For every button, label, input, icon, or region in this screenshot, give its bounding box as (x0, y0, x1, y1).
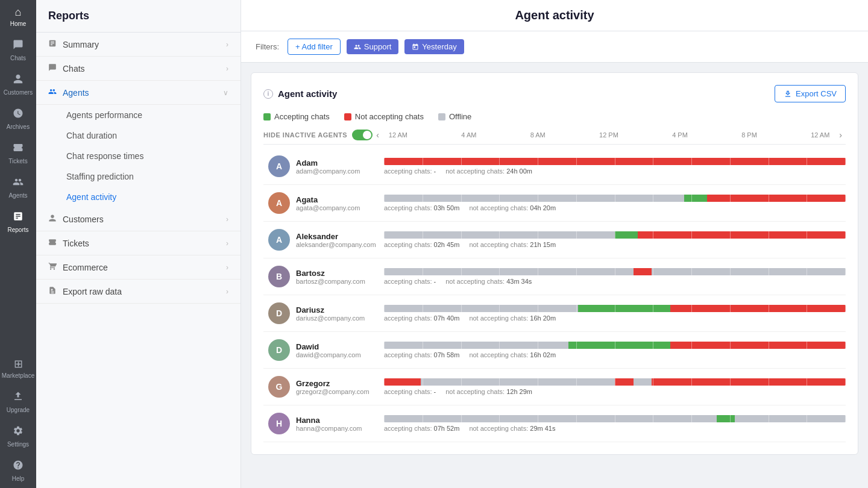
group-filter-button[interactable]: Support (347, 39, 399, 54)
timeline-segment-gray (735, 415, 846, 422)
agent-activity-label: Agent activity (66, 192, 116, 202)
sidebar-item-summary[interactable]: Summary › (36, 33, 241, 57)
agent-timeline: accepting chats: - not accepting chats: … (384, 258, 846, 295)
timeline-segment-gray (384, 195, 684, 202)
timeline-stats: accepting chats: - not accepting chats: … (384, 388, 846, 395)
agent-text: Dariusz dariusz@company.com (296, 305, 365, 322)
timeline-segment-red (615, 378, 634, 386)
accepting-dot (263, 113, 271, 120)
nav-item-reports[interactable]: Reports (0, 205, 36, 239)
timeline-bar (384, 378, 846, 386)
sidebar-item-agents[interactable]: Agents ∨ (36, 81, 241, 105)
time-label-6: 12 AM (811, 131, 829, 139)
agent-email: aleksander@company.com (296, 241, 376, 248)
timeline-segment-red (670, 305, 846, 312)
nav-item-customers[interactable]: Customers (0, 67, 36, 102)
timeline-segment-red (638, 231, 846, 239)
timeline-segment-gray (421, 378, 615, 386)
timeline-segment-green (615, 231, 638, 239)
export-csv-button[interactable]: Export CSV (775, 85, 846, 102)
time-label-1: 4 AM (461, 131, 476, 139)
timeline-segment-gray (384, 415, 717, 422)
date-filter-label: Yesterday (422, 42, 456, 51)
summary-icon (48, 39, 57, 49)
table-row: D Dariusz dariusz@company.com accepting … (263, 295, 846, 332)
sidebar-item-ecommerce[interactable]: Ecommerce › (36, 255, 241, 280)
customers-nav-label: Customers (63, 214, 226, 224)
agent-name: Dawid (296, 342, 361, 351)
legend-not-accepting: Not accepting chats (344, 112, 424, 121)
timeline-bar (384, 158, 846, 165)
agent-email: adam@company.com (296, 167, 360, 175)
timeline-stats: accepting chats: 07h 58m not accepting c… (384, 351, 846, 358)
time-label-3: 12 PM (599, 131, 618, 139)
agent-rows: A Adam adam@company.com accepting chats:… (263, 148, 846, 442)
sidebar-item-chat-response-times[interactable]: Chat response times (36, 146, 241, 166)
timeline-bar (384, 195, 846, 202)
time-label-2: 8 AM (530, 131, 546, 139)
stat-accepting: accepting chats: 02h 45m (384, 241, 459, 248)
stat-not-accepting: not accepting chats: 04h 20m (469, 204, 556, 211)
timeline-prev-button[interactable]: ‹ (373, 130, 383, 140)
tickets-nav-icon (48, 238, 57, 248)
agent-timeline: accepting chats: - not accepting chats: … (384, 369, 846, 405)
chat-duration-label: Chat duration (66, 131, 117, 140)
nav-item-chats[interactable]: Chats (0, 33, 36, 67)
timeline-segment-green (717, 415, 735, 422)
nav-item-settings[interactable]: Settings (2, 419, 34, 454)
nav-item-home[interactable]: ⌂ Home (0, 0, 36, 33)
nav-item-agents[interactable]: Agents (0, 170, 36, 205)
customers-nav-chevron: › (226, 215, 228, 224)
agent-email: agata@company.com (296, 204, 360, 211)
home-icon: ⌂ (15, 6, 22, 19)
sidebar-item-customers[interactable]: Customers › (36, 207, 241, 231)
group-icon (354, 43, 361, 51)
nav-item-upgrade[interactable]: Upgrade (2, 385, 34, 419)
group-filter-label: Support (364, 42, 392, 51)
table-row: A Aleksander aleksander@company.com acce… (263, 222, 846, 258)
sidebar-item-staffing-prediction[interactable]: Staffing prediction (36, 166, 241, 187)
summary-label: Summary (63, 40, 226, 49)
stat-accepting: accepting chats: - (384, 388, 436, 395)
time-label-0: 12 AM (389, 131, 407, 139)
hide-inactive-toggle[interactable] (352, 130, 373, 140)
agent-info: D Dawid dawid@company.com (263, 332, 384, 368)
page-title: Agent activity (241, 0, 868, 31)
stat-accepting: accepting chats: 07h 52m (384, 425, 459, 432)
timeline-next-button[interactable]: › (835, 130, 846, 140)
sidebar-item-agents-performance[interactable]: Agents performance (36, 105, 241, 125)
timeline-segment-gray (384, 305, 578, 312)
timeline-segment-gray (652, 268, 846, 275)
export-raw-data-chevron: › (226, 287, 228, 296)
sidebar-item-tickets[interactable]: Tickets › (36, 231, 241, 255)
icon-nav: ⌂ Home Chats Customers Archives Tickets … (0, 0, 36, 488)
agent-info: G Grzegorz grzegorz@company.com (263, 369, 384, 405)
nav-item-marketplace[interactable]: ⊞ Marketplace (2, 351, 34, 385)
ecommerce-nav-chevron: › (226, 263, 228, 272)
nav-label-tickets: Tickets (8, 158, 27, 164)
timeline-header: HIDE INACTIVE AGENTS ‹ 12 AM 4 AM 8 AM 1… (263, 130, 846, 145)
stat-not-accepting: not accepting chats: 12h 29m (445, 388, 532, 395)
nav-label-chats: Chats (10, 55, 26, 61)
agent-activity-card: i Agent activity Export CSV Accepting ch… (251, 72, 858, 455)
time-axis: 12 AM 4 AM 8 AM 12 PM 4 PM 8 PM 12 AM (383, 131, 835, 139)
nav-label-customers: Customers (4, 89, 33, 96)
chats-nav-icon (48, 63, 57, 74)
avatar: A (268, 229, 290, 251)
info-icon[interactable]: i (263, 89, 273, 99)
sidebar-item-export-raw-data[interactable]: Export raw data › (36, 280, 241, 304)
agents-nav-chevron: ∨ (223, 89, 228, 97)
sidebar-item-chat-duration[interactable]: Chat duration (36, 125, 241, 146)
summary-chevron: › (226, 40, 228, 49)
sidebar-item-chats[interactable]: Chats › (36, 57, 241, 81)
date-filter-button[interactable]: Yesterday (404, 39, 464, 54)
nav-item-archives[interactable]: Archives (0, 102, 36, 136)
hide-inactive-control: HIDE INACTIVE AGENTS (263, 130, 373, 140)
sidebar-item-agent-activity[interactable]: Agent activity (36, 187, 241, 207)
avatar: D (268, 302, 290, 324)
nav-item-help[interactable]: Help (2, 454, 34, 488)
add-filter-button[interactable]: + Add filter (288, 39, 341, 55)
nav-item-tickets[interactable]: Tickets (0, 136, 36, 170)
agent-email: bartosz@company.com (296, 278, 365, 285)
agent-info: H Hanna hanna@company.com (263, 405, 384, 442)
